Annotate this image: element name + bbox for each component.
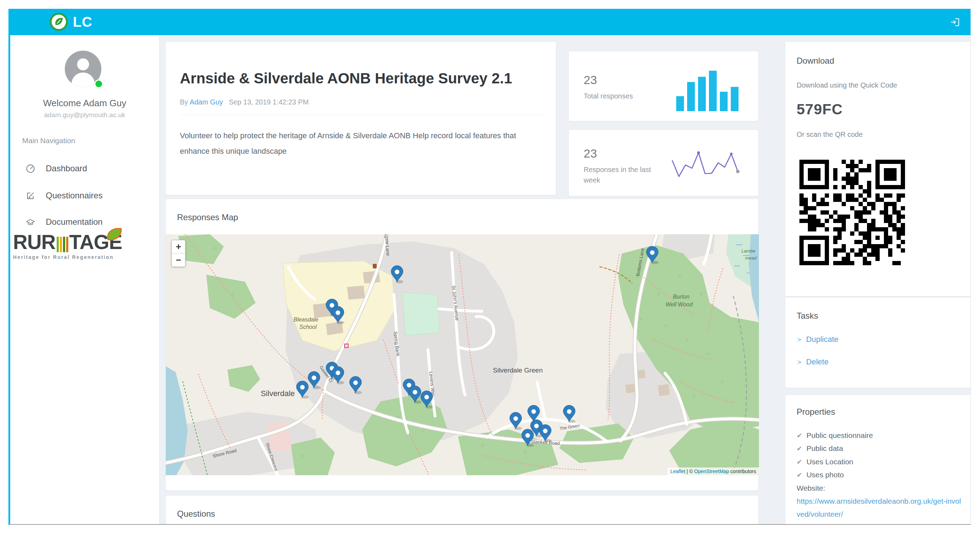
online-status-dot xyxy=(94,79,103,88)
total-responses-card: 23 Total responses xyxy=(568,51,759,121)
properties-list: ✔Public questionnaire ✔Public data ✔Uses… xyxy=(797,429,962,525)
map-place-label: mead xyxy=(745,256,757,260)
byline-by: By xyxy=(180,98,188,106)
download-card: Download Download using the Quick Code 5… xyxy=(785,41,971,297)
map-place-label: School xyxy=(299,324,317,330)
chevron-right-icon: > xyxy=(797,336,801,343)
survey-summary-card: Arnside & Silverdale AONB Heritage Surve… xyxy=(165,41,556,195)
app-logo-text: LC xyxy=(73,14,92,30)
map-attribution: Leaflet | © OpenStreetMap contributors xyxy=(667,467,759,475)
poi-icon xyxy=(373,264,377,268)
ruritage-tagline: Heritage for Rural Regeneration xyxy=(13,254,154,260)
responses-map-card: Responses Map xyxy=(165,199,759,491)
sidebar: Welcome Adam Guy adam.guy@plymouth.ac.uk… xyxy=(10,35,159,524)
sidebar-item-label: Questionnaires xyxy=(46,191,102,200)
map-zoom-control: + − xyxy=(172,240,186,267)
survey-description: Volunteer to help protect the heritage o… xyxy=(180,128,535,159)
week-responses-value: 23 xyxy=(584,147,597,160)
created-date: Sep 13, 2019 1:42:23 PM xyxy=(229,98,309,106)
check-icon: ✔ xyxy=(797,445,802,452)
property-row: ✔Uses Location xyxy=(797,455,962,468)
byline: By Adam Guy Sep 13, 2019 1:42:23 PM xyxy=(180,98,309,106)
ruritage-logo: RURTAGE Heritage for Rural Regeneration xyxy=(13,232,154,260)
website-label: Website: xyxy=(797,481,962,495)
property-row: ✔Public questionnaire xyxy=(797,429,962,442)
leaflet-map[interactable]: BleasdaleSchoolSilverdaleSilverdale Gree… xyxy=(166,234,759,475)
attribution-suffix: contributors xyxy=(729,468,756,474)
website-link[interactable]: https://www.arnsidesilverdaleaonb.org.uk… xyxy=(797,495,962,521)
sidebar-item-questionnaires[interactable]: Questionnaires xyxy=(26,191,102,200)
download-title: Download xyxy=(797,56,834,66)
app-logo[interactable]: LC xyxy=(49,13,92,31)
graduation-cap-icon xyxy=(26,217,35,227)
check-icon: ✔ xyxy=(797,432,802,439)
total-responses-bar-chart xyxy=(676,65,741,111)
sidebar-item-label: Dashboard xyxy=(46,164,87,173)
tasks-card: Tasks >Duplicate >Delete xyxy=(785,297,971,388)
quick-code-hint: Download using the Quick Code xyxy=(797,81,897,89)
responses-map-title: Responses Map xyxy=(177,213,238,222)
avatar xyxy=(65,51,104,90)
quick-code-value: 579FC xyxy=(797,101,843,118)
attribution-separator: | © xyxy=(685,468,694,474)
qr-hint: Or scan the QR code xyxy=(797,130,863,138)
duplicate-link[interactable]: >Duplicate xyxy=(797,335,838,344)
author-link[interactable]: Adam Guy xyxy=(190,98,223,106)
page-title: Arnside & Silverdale AONB Heritage Surve… xyxy=(180,70,539,87)
zoom-in-button[interactable]: + xyxy=(172,240,185,254)
ruritage-leaf-icon xyxy=(106,227,123,241)
week-responses-label: Responses in the last week xyxy=(584,164,654,186)
properties-title: Properties xyxy=(797,407,835,417)
nav-section-title: Main Navigation xyxy=(22,137,75,145)
total-responses-label: Total responses xyxy=(584,91,654,101)
check-icon: ✔ xyxy=(797,471,802,479)
ruritage-striped-i xyxy=(57,237,68,252)
week-responses-card: 23 Responses in the last week xyxy=(568,129,759,196)
map-place-label: Well Wood xyxy=(665,302,693,307)
map-place-label: Silverdale xyxy=(261,389,295,398)
tasks-title: Tasks xyxy=(797,311,818,321)
logout-icon[interactable] xyxy=(950,17,960,27)
map-place-label: Burton xyxy=(673,294,689,300)
edit-square-icon xyxy=(26,191,35,200)
sidebar-item-documentation[interactable]: Documentation xyxy=(26,217,102,227)
ruritage-logo-text-left: RUR xyxy=(13,232,56,252)
user-email: adam.guy@plymouth.ac.uk xyxy=(10,111,159,119)
zoom-out-button[interactable]: − xyxy=(172,254,185,267)
map-place-label: Bleasdale xyxy=(294,317,318,322)
app-window: LC Welcome Adam Guy adam.guy@plymouth.ac… xyxy=(8,9,971,525)
property-row: ✔Public data xyxy=(797,442,962,455)
leaflet-link[interactable]: Leaflet xyxy=(670,468,685,474)
sidebar-item-label: Documentation xyxy=(46,217,102,227)
total-responses-value: 23 xyxy=(584,73,597,87)
qr-code xyxy=(799,160,905,265)
osm-link[interactable]: OpenStreetMap xyxy=(694,468,729,474)
properties-card: Properties ✔Public questionnaire ✔Public… xyxy=(785,395,971,525)
property-row: ✔Uses photo xyxy=(797,468,962,481)
public-listing-link[interactable]: View public listing xyxy=(797,521,962,525)
leaf-logo-icon xyxy=(49,13,68,31)
delete-link[interactable]: >Delete xyxy=(797,357,829,367)
chevron-right-icon: > xyxy=(797,359,801,366)
map-place-label: Silverdale Green xyxy=(493,367,543,374)
questions-title: Questions xyxy=(177,509,215,519)
sidebar-item-dashboard[interactable]: Dashboard xyxy=(26,164,87,173)
dashboard-gauge-icon xyxy=(26,164,35,173)
questions-card: Questions xyxy=(165,495,759,525)
welcome-text: Welcome Adam Guy xyxy=(10,98,159,109)
top-header-bar: LC xyxy=(10,9,970,35)
week-responses-line-chart xyxy=(671,146,741,183)
map-canvas: BleasdaleSchoolSilverdaleSilverdale Gree… xyxy=(166,234,759,475)
check-icon: ✔ xyxy=(797,458,802,466)
map-place-label: Lambe xyxy=(741,248,756,254)
